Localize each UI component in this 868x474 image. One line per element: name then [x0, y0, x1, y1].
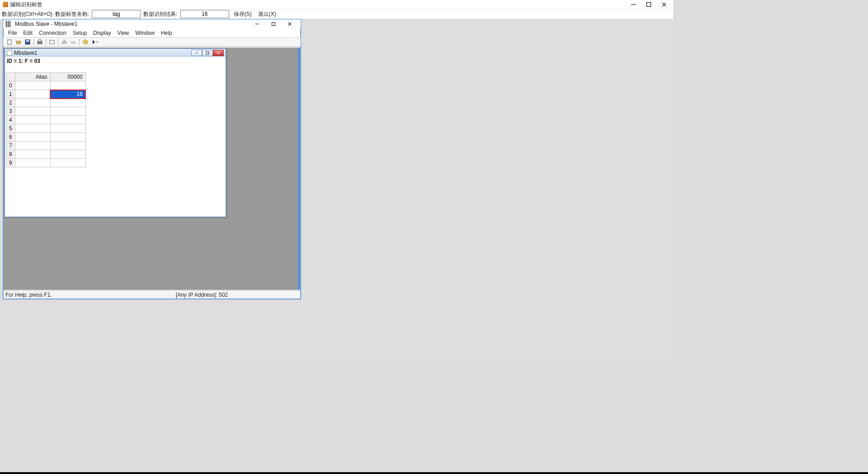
alias-cell[interactable]	[15, 99, 50, 107]
exit-menu[interactable]: 退出(X)	[256, 10, 278, 18]
row-header[interactable]: 2	[6, 99, 15, 107]
modbus-slave-window: Modbus Slave - Mbslave1 File Edit Connec…	[3, 19, 301, 299]
value-cell[interactable]	[50, 159, 85, 167]
result-label: 数据识别结果:	[143, 10, 177, 18]
register-table[interactable]: Alias 00000 011623456789	[6, 72, 86, 167]
value-cell[interactable]	[50, 107, 85, 116]
tag-field[interactable]: tag	[92, 10, 141, 18]
mb-toolbar: ? ?	[3, 38, 301, 47]
row-header[interactable]: 4	[6, 116, 15, 124]
menu-window[interactable]: Window	[132, 30, 158, 36]
menu-connection[interactable]: Connection	[36, 30, 70, 36]
taskbar[interactable]	[0, 472, 868, 474]
table-row[interactable]: 116	[6, 90, 86, 99]
save-icon[interactable]	[24, 38, 32, 46]
value-header[interactable]: 00000	[50, 73, 85, 81]
row-header[interactable]: 7	[6, 142, 15, 150]
svg-rect-16	[71, 42, 75, 43]
minimize-icon[interactable]	[631, 2, 636, 7]
alias-cell[interactable]	[15, 133, 50, 142]
value-cell[interactable]	[50, 142, 85, 150]
maximize-icon[interactable]	[646, 2, 651, 7]
alias-header[interactable]: Alias	[15, 73, 50, 81]
save-menu[interactable]: 保存(S)	[232, 10, 254, 18]
settings-icon[interactable]	[48, 38, 56, 46]
row-header[interactable]: 0	[6, 81, 15, 90]
disconnect-icon[interactable]	[69, 38, 77, 46]
table-row[interactable]: 9	[6, 159, 86, 167]
row-header[interactable]: 8	[6, 150, 15, 159]
corner-header	[6, 73, 15, 81]
alias-cell[interactable]	[15, 81, 50, 90]
value-cell[interactable]	[50, 81, 85, 90]
alias-cell[interactable]	[15, 150, 50, 159]
table-row[interactable]: 8	[6, 150, 86, 159]
connect-icon[interactable]	[60, 38, 68, 46]
close-icon[interactable]	[661, 2, 667, 7]
result-field[interactable]: 16	[180, 10, 229, 18]
alias-cell[interactable]	[15, 124, 50, 133]
mb-titlebar[interactable]: Modbus Slave - Mbslave1	[3, 19, 301, 28]
print-icon[interactable]	[36, 38, 44, 46]
row-header[interactable]: 6	[6, 133, 15, 142]
doc-window-controls	[191, 50, 224, 56]
row-header[interactable]: 9	[6, 159, 15, 167]
alias-cell[interactable]	[15, 90, 50, 99]
open-icon[interactable]	[14, 38, 23, 46]
maximize-icon[interactable]	[202, 50, 213, 56]
outer-toolbar: 数据识别(Ctrl+Alt+O) 数据标签名称: tag 数据识别结果: 16 …	[0, 9, 673, 19]
table-row[interactable]: 6	[6, 133, 86, 142]
help-icon[interactable]: ?	[81, 38, 90, 46]
app-icon	[3, 2, 8, 7]
table-row[interactable]: 0	[6, 81, 86, 90]
value-cell[interactable]	[50, 124, 85, 133]
table-row[interactable]: 2	[6, 99, 86, 107]
table-row[interactable]: 5	[6, 124, 86, 133]
alias-cell[interactable]	[15, 142, 50, 150]
context-help-icon[interactable]: ?	[90, 38, 99, 46]
mb-menubar: File Edit Connection Setup Display View …	[3, 28, 301, 38]
close-icon[interactable]	[213, 50, 224, 56]
table-row[interactable]: 3	[6, 107, 86, 116]
outer-titlebar[interactable]: 编辑识别标签	[0, 0, 673, 9]
recognize-label[interactable]: 数据识别(Ctrl+Alt+O)	[2, 10, 52, 18]
doc-info: ID = 1: F = 03	[5, 57, 226, 72]
value-cell[interactable]	[50, 133, 85, 142]
menu-setup[interactable]: Setup	[70, 30, 90, 36]
maximize-icon[interactable]	[265, 22, 282, 26]
svg-text:?: ?	[96, 40, 98, 44]
table-row[interactable]: 7	[6, 142, 86, 150]
svg-rect-14	[62, 42, 66, 43]
menu-view[interactable]: View	[114, 30, 132, 36]
mb-title: Modbus Slave - Mbslave1	[15, 21, 249, 27]
row-header[interactable]: 5	[6, 124, 15, 133]
value-cell[interactable]	[50, 116, 85, 124]
menu-help[interactable]: Help	[158, 30, 175, 36]
status-ip: [Any IP Address]: 502	[176, 292, 300, 298]
mb-scrollbar[interactable]	[298, 47, 300, 290]
value-cell[interactable]	[50, 99, 85, 107]
table-row[interactable]: 4	[6, 116, 86, 124]
menu-edit[interactable]: Edit	[20, 30, 36, 36]
minimize-icon[interactable]	[249, 22, 265, 26]
svg-rect-13	[50, 40, 54, 44]
alias-cell[interactable]	[15, 116, 50, 124]
new-icon[interactable]	[5, 38, 14, 46]
value-cell[interactable]	[50, 150, 85, 159]
tagname-label: 数据标签名称:	[55, 10, 89, 18]
value-cell[interactable]: 16	[50, 90, 85, 99]
menu-display[interactable]: Display	[90, 30, 114, 36]
mb-statusbar: For Help, press F1. [Any IP Address]: 50…	[4, 290, 300, 299]
alias-cell[interactable]	[15, 159, 50, 167]
mb-window-controls	[249, 22, 298, 26]
minimize-icon[interactable]	[191, 50, 202, 56]
doc-titlebar[interactable]: Mbslave1	[5, 49, 226, 57]
row-header[interactable]: 3	[6, 107, 15, 116]
doc-title: Mbslave1	[14, 50, 191, 56]
svg-rect-21	[206, 52, 209, 54]
menu-file[interactable]: File	[5, 30, 20, 36]
row-header[interactable]: 1	[6, 90, 15, 99]
alias-cell[interactable]	[15, 107, 50, 116]
outer-title: 编辑识别标签	[10, 1, 631, 9]
close-icon[interactable]	[282, 22, 298, 26]
